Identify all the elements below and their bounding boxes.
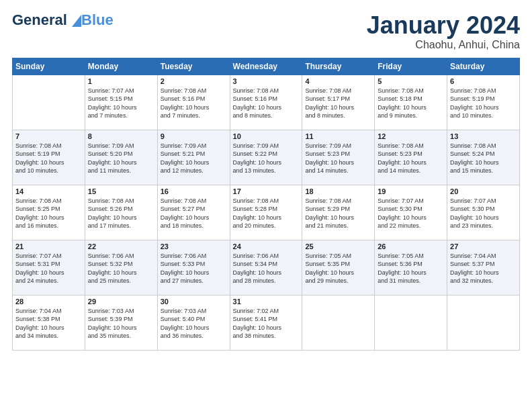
page: General Blue January 2024 Chaohu, Anhui,… xyxy=(0,0,532,357)
calendar-cell: 17Sunrise: 7:08 AM Sunset: 5:28 PM Dayli… xyxy=(230,185,302,240)
day-info: Sunrise: 7:08 AM Sunset: 5:18 PM Dayligh… xyxy=(378,87,444,120)
day-info: Sunrise: 7:07 AM Sunset: 5:30 PM Dayligh… xyxy=(450,197,517,230)
column-header-thursday: Thursday xyxy=(302,58,375,75)
calendar-cell: 12Sunrise: 7:08 AM Sunset: 5:23 PM Dayli… xyxy=(375,130,447,185)
week-row-3: 14Sunrise: 7:08 AM Sunset: 5:25 PM Dayli… xyxy=(13,185,520,240)
column-header-tuesday: Tuesday xyxy=(157,58,230,75)
column-header-friday: Friday xyxy=(375,58,447,75)
day-number: 1 xyxy=(88,77,154,85)
calendar-cell: 9Sunrise: 7:09 AM Sunset: 5:21 PM Daylig… xyxy=(157,130,230,185)
day-info: Sunrise: 7:08 AM Sunset: 5:27 PM Dayligh… xyxy=(161,197,227,230)
column-header-wednesday: Wednesday xyxy=(230,58,302,75)
day-info: Sunrise: 7:08 AM Sunset: 5:16 PM Dayligh… xyxy=(233,87,300,120)
day-info: Sunrise: 7:08 AM Sunset: 5:23 PM Dayligh… xyxy=(378,142,444,175)
calendar-cell: 13Sunrise: 7:08 AM Sunset: 5:24 PM Dayli… xyxy=(447,130,520,185)
day-number: 28 xyxy=(15,298,82,306)
logo: General Blue xyxy=(12,12,114,28)
title-block: January 2024 Chaohu, Anhui, China xyxy=(367,12,520,51)
calendar-cell: 5Sunrise: 7:08 AM Sunset: 5:18 PM Daylig… xyxy=(375,75,447,130)
calendar-cell: 16Sunrise: 7:08 AM Sunset: 5:27 PM Dayli… xyxy=(157,185,230,240)
day-info: Sunrise: 7:02 AM Sunset: 5:41 PM Dayligh… xyxy=(233,307,300,340)
day-number: 4 xyxy=(305,77,371,85)
calendar-cell: 4Sunrise: 7:08 AM Sunset: 5:17 PM Daylig… xyxy=(302,75,375,130)
calendar-cell: 25Sunrise: 7:05 AM Sunset: 5:35 PM Dayli… xyxy=(302,240,375,295)
day-info: Sunrise: 7:08 AM Sunset: 5:28 PM Dayligh… xyxy=(233,197,300,230)
svg-marker-0 xyxy=(72,15,81,27)
calendar-table: SundayMondayTuesdayWednesdayThursdayFrid… xyxy=(12,58,520,351)
calendar-cell: 14Sunrise: 7:08 AM Sunset: 5:25 PM Dayli… xyxy=(13,185,85,240)
day-number: 20 xyxy=(450,187,517,195)
calendar-title: January 2024 xyxy=(367,12,520,39)
calendar-cell: 24Sunrise: 7:06 AM Sunset: 5:34 PM Dayli… xyxy=(230,240,302,295)
day-number: 24 xyxy=(233,242,300,250)
day-info: Sunrise: 7:08 AM Sunset: 5:19 PM Dayligh… xyxy=(15,142,82,175)
day-number: 7 xyxy=(15,132,82,140)
day-info: Sunrise: 7:08 AM Sunset: 5:19 PM Dayligh… xyxy=(450,87,517,120)
week-row-1: 1Sunrise: 7:07 AM Sunset: 5:15 PM Daylig… xyxy=(13,75,520,130)
day-number: 17 xyxy=(233,187,300,195)
logo-triangle-icon xyxy=(72,15,81,27)
day-info: Sunrise: 7:05 AM Sunset: 5:35 PM Dayligh… xyxy=(305,252,371,285)
day-number: 10 xyxy=(233,132,300,140)
day-number: 18 xyxy=(305,187,371,195)
day-number: 12 xyxy=(378,132,444,140)
day-number: 27 xyxy=(450,242,517,250)
calendar-cell: 21Sunrise: 7:07 AM Sunset: 5:31 PM Dayli… xyxy=(13,240,85,295)
calendar-subtitle: Chaohu, Anhui, China xyxy=(367,39,520,51)
calendar-cell: 29Sunrise: 7:03 AM Sunset: 5:39 PM Dayli… xyxy=(85,295,157,350)
week-row-4: 21Sunrise: 7:07 AM Sunset: 5:31 PM Dayli… xyxy=(13,240,520,295)
day-number: 3 xyxy=(233,77,300,85)
day-number: 31 xyxy=(233,298,300,306)
column-header-saturday: Saturday xyxy=(447,58,520,75)
calendar-cell: 22Sunrise: 7:06 AM Sunset: 5:32 PM Dayli… xyxy=(85,240,157,295)
day-info: Sunrise: 7:06 AM Sunset: 5:33 PM Dayligh… xyxy=(161,252,227,285)
day-info: Sunrise: 7:04 AM Sunset: 5:38 PM Dayligh… xyxy=(15,307,82,340)
logo-general: General xyxy=(12,11,67,28)
day-number: 23 xyxy=(161,242,227,250)
day-number: 14 xyxy=(15,187,82,195)
day-info: Sunrise: 7:08 AM Sunset: 5:25 PM Dayligh… xyxy=(15,197,82,230)
day-info: Sunrise: 7:06 AM Sunset: 5:34 PM Dayligh… xyxy=(233,252,300,285)
day-number: 26 xyxy=(378,242,444,250)
week-row-5: 28Sunrise: 7:04 AM Sunset: 5:38 PM Dayli… xyxy=(13,295,520,350)
calendar-cell xyxy=(447,295,520,350)
day-number: 13 xyxy=(450,132,517,140)
day-number: 5 xyxy=(378,77,444,85)
day-number: 15 xyxy=(88,187,154,195)
header-row: SundayMondayTuesdayWednesdayThursdayFrid… xyxy=(13,58,520,75)
calendar-cell: 1Sunrise: 7:07 AM Sunset: 5:15 PM Daylig… xyxy=(85,75,157,130)
day-info: Sunrise: 7:07 AM Sunset: 5:30 PM Dayligh… xyxy=(378,197,444,230)
day-info: Sunrise: 7:09 AM Sunset: 5:21 PM Dayligh… xyxy=(161,142,227,175)
day-number: 8 xyxy=(88,132,154,140)
calendar-cell: 19Sunrise: 7:07 AM Sunset: 5:30 PM Dayli… xyxy=(375,185,447,240)
day-info: Sunrise: 7:09 AM Sunset: 5:22 PM Dayligh… xyxy=(233,142,300,175)
calendar-cell: 2Sunrise: 7:08 AM Sunset: 5:16 PM Daylig… xyxy=(157,75,230,130)
day-info: Sunrise: 7:08 AM Sunset: 5:29 PM Dayligh… xyxy=(305,197,371,230)
day-number: 29 xyxy=(88,298,154,306)
day-info: Sunrise: 7:08 AM Sunset: 5:16 PM Dayligh… xyxy=(161,87,227,120)
calendar-cell: 18Sunrise: 7:08 AM Sunset: 5:29 PM Dayli… xyxy=(302,185,375,240)
calendar-cell: 20Sunrise: 7:07 AM Sunset: 5:30 PM Dayli… xyxy=(447,185,520,240)
day-info: Sunrise: 7:09 AM Sunset: 5:20 PM Dayligh… xyxy=(88,142,154,175)
day-number: 11 xyxy=(305,132,371,140)
calendar-cell: 30Sunrise: 7:03 AM Sunset: 5:40 PM Dayli… xyxy=(157,295,230,350)
day-number: 22 xyxy=(88,242,154,250)
calendar-cell: 15Sunrise: 7:08 AM Sunset: 5:26 PM Dayli… xyxy=(85,185,157,240)
day-number: 16 xyxy=(161,187,227,195)
day-info: Sunrise: 7:08 AM Sunset: 5:26 PM Dayligh… xyxy=(88,197,154,230)
day-number: 19 xyxy=(378,187,444,195)
calendar-cell: 3Sunrise: 7:08 AM Sunset: 5:16 PM Daylig… xyxy=(230,75,302,130)
day-number: 2 xyxy=(161,77,227,85)
day-info: Sunrise: 7:03 AM Sunset: 5:39 PM Dayligh… xyxy=(88,307,154,340)
day-info: Sunrise: 7:09 AM Sunset: 5:23 PM Dayligh… xyxy=(305,142,371,175)
header: General Blue January 2024 Chaohu, Anhui,… xyxy=(12,12,520,51)
calendar-cell: 11Sunrise: 7:09 AM Sunset: 5:23 PM Dayli… xyxy=(302,130,375,185)
day-info: Sunrise: 7:05 AM Sunset: 5:36 PM Dayligh… xyxy=(378,252,444,285)
day-number: 25 xyxy=(305,242,371,250)
day-info: Sunrise: 7:07 AM Sunset: 5:15 PM Dayligh… xyxy=(88,87,154,120)
day-info: Sunrise: 7:08 AM Sunset: 5:17 PM Dayligh… xyxy=(305,87,371,120)
calendar-cell: 28Sunrise: 7:04 AM Sunset: 5:38 PM Dayli… xyxy=(13,295,85,350)
calendar-cell: 7Sunrise: 7:08 AM Sunset: 5:19 PM Daylig… xyxy=(13,130,85,185)
day-number: 30 xyxy=(161,298,227,306)
calendar-cell: 26Sunrise: 7:05 AM Sunset: 5:36 PM Dayli… xyxy=(375,240,447,295)
